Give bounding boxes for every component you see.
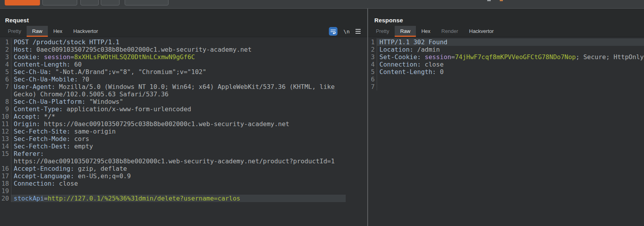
editor-line[interactable]: 18Connection: close <box>0 180 346 187</box>
line-number: 17 <box>0 172 11 180</box>
send-button[interactable] <box>5 0 40 5</box>
line-number: 4 <box>368 61 377 68</box>
editor-line[interactable]: 14Sec-Fetch-Dest: empty <box>0 143 346 150</box>
editor-line[interactable]: 7User-Agent: Mozilla/5.0 (Windows NT 10.… <box>0 83 346 90</box>
line-number <box>0 90 11 98</box>
burp-repeater-screen: < > Request PrettyRawHexHackvertor <box>0 0 644 226</box>
line-content: Location: /admin <box>377 46 644 53</box>
response-title: Response <box>374 17 403 24</box>
request-tab-hackvertor[interactable]: Hackvertor <box>68 26 103 37</box>
line-content: Referer: <box>11 150 346 157</box>
line-number: 14 <box>0 143 11 150</box>
editor-line[interactable]: 11Origin: https://0aec009103507295c038b8… <box>0 120 346 128</box>
line-content: Origin: https://0aec009103507295c038b8be… <box>11 120 346 128</box>
line-number: 12 <box>0 128 11 135</box>
request-tab-hex[interactable]: Hex <box>48 26 68 37</box>
request-editor-rows: 1POST /product/stock HTTP/1.12Host: 0aec… <box>0 37 367 202</box>
forward-icon: > <box>101 0 119 2</box>
editor-line[interactable]: 6 <box>368 76 644 83</box>
line-content: Gecko) Chrome/102.0.5005.63 Safari/537.3… <box>11 90 346 98</box>
line-number: 6 <box>0 76 11 83</box>
editor-line[interactable]: 19 <box>0 187 346 195</box>
editor-line[interactable]: 2Location: /admin <box>368 46 644 53</box>
line-content: stockApi=http://127.0.1/%25%36%31dmin/de… <box>11 195 346 202</box>
line-number: 18 <box>0 180 11 187</box>
response-tab-hex[interactable]: Hex <box>416 26 436 37</box>
editor-line[interactable]: 3Set-Cookie: session=74jHwF7cqf8mKPVVeoG… <box>368 53 644 61</box>
editor-line[interactable]: 9Content-Type: application/x-www-form-ur… <box>0 105 346 113</box>
line-content: Sec-Fetch-Dest: empty <box>11 143 346 150</box>
line-number: 7 <box>368 83 377 90</box>
request-panel: Request PrettyRawHexHackvertor \n <box>0 9 367 226</box>
editor-line[interactable]: 17Accept-Language: en-US,en;q=0.9 <box>0 172 346 180</box>
line-content: Sec-Ch-Ua: "-Not.A/Brand";v="8", "Chromi… <box>11 68 346 76</box>
line-number: 4 <box>0 61 11 68</box>
line-number: 20 <box>0 195 11 202</box>
line-number: 9 <box>0 105 11 113</box>
response-editor[interactable]: 1HTTP/1.1 302 Found2Location: /admin3Set… <box>368 37 644 226</box>
request-editor-icons: \n <box>329 26 361 37</box>
editor-line[interactable]: 20stockApi=http://127.0.1/%25%36%31dmin/… <box>0 195 346 202</box>
line-number: 11 <box>0 120 11 128</box>
editor-line[interactable]: 15Referer: <box>0 150 346 157</box>
editor-line[interactable]: 3Cookie: session=8xXHLsFWOtHLSQZ0DtNnLCx… <box>0 53 346 61</box>
editor-line[interactable]: https://0aec009103507295c038b8be002000c1… <box>0 157 346 165</box>
editor-line[interactable]: 2Host: 0aec009103507295c038b8be002000c1.… <box>0 46 346 53</box>
forward-button[interactable]: > <box>101 0 120 5</box>
response-tabs: PrettyRawHexRenderHackvertor <box>370 26 644 37</box>
line-content: User-Agent: Mozilla/5.0 (Windows NT 10.0… <box>11 83 346 90</box>
line-content: Accept: */* <box>11 113 346 120</box>
line-number: 6 <box>368 76 377 83</box>
line-content <box>377 83 644 90</box>
line-content: Connection: close <box>11 180 346 187</box>
back-icon: < <box>81 0 98 2</box>
editor-line[interactable]: 8Sec-Ch-Ua-Platform: "Windows" <box>0 98 346 105</box>
line-number: 10 <box>0 113 11 120</box>
editor-line[interactable]: 5Content-Length: 0 <box>368 68 644 76</box>
line-content: Content-Length: 0 <box>377 68 644 76</box>
line-content: Sec-Ch-Ua-Mobile: ?0 <box>11 76 346 83</box>
line-number: 5 <box>0 68 11 76</box>
line-content: https://0aec009103507295c038b8be002000c1… <box>11 157 346 165</box>
request-editor[interactable]: 1POST /product/stock HTTP/1.12Host: 0aec… <box>0 37 367 226</box>
line-content: Sec-Fetch-Site: same-origin <box>11 128 346 135</box>
back-button[interactable]: < <box>80 0 99 5</box>
clipped-toolbar-fragment <box>487 0 491 1</box>
line-number: 13 <box>0 135 11 143</box>
show-newlines-icon[interactable]: \n <box>343 29 350 34</box>
editor-line[interactable]: 13Sec-Fetch-Mode: cors <box>0 135 346 143</box>
response-tab-raw[interactable]: Raw <box>395 26 416 37</box>
line-number: 1 <box>0 38 11 46</box>
editor-menu-icon[interactable] <box>356 29 361 34</box>
soft-wrap-icon[interactable] <box>329 27 337 36</box>
response-tab-render[interactable]: Render <box>436 26 464 37</box>
message-editor-area: Request PrettyRawHexHackvertor \n <box>0 9 644 226</box>
line-content: POST /product/stock HTTP/1.1 <box>11 38 346 46</box>
editor-line[interactable]: 16Accept-Encoding: gzip, deflate <box>0 165 346 172</box>
toolbar-dropdown-button[interactable] <box>125 0 169 5</box>
response-tabbar: PrettyRawHexRenderHackvertor <box>370 26 644 37</box>
line-number: 2 <box>368 46 377 53</box>
response-editor-rows: 1HTTP/1.1 302 Found2Location: /admin3Set… <box>368 37 644 90</box>
line-content: Connection: close <box>377 61 644 68</box>
editor-line[interactable]: 6Sec-Ch-Ua-Mobile: ?0 <box>0 76 346 83</box>
editor-line[interactable]: 4Content-Length: 60 <box>0 61 346 68</box>
line-content: Content-Type: application/x-www-form-url… <box>11 105 346 113</box>
editor-line[interactable]: 7 <box>368 83 644 90</box>
response-tab-pretty[interactable]: Pretty <box>370 26 395 37</box>
editor-line[interactable]: 4Connection: close <box>368 61 644 68</box>
cancel-button[interactable] <box>42 0 77 5</box>
editor-line[interactable]: 5Sec-Ch-Ua: "-Not.A/Brand";v="8", "Chrom… <box>0 68 346 76</box>
editor-line[interactable]: 12Sec-Fetch-Site: same-origin <box>0 128 346 135</box>
request-tab-raw[interactable]: Raw <box>27 26 48 37</box>
editor-line[interactable]: 10Accept: */* <box>0 113 346 120</box>
editor-line[interactable]: Gecko) Chrome/102.0.5005.63 Safari/537.3… <box>0 90 346 98</box>
editor-line[interactable]: 1HTTP/1.1 302 Found <box>368 38 644 46</box>
line-content: Accept-Language: en-US,en;q=0.9 <box>11 172 346 180</box>
response-tab-hackvertor[interactable]: Hackvertor <box>464 26 499 37</box>
line-number: 2 <box>0 46 11 53</box>
line-content: Sec-Fetch-Mode: cors <box>11 135 346 143</box>
request-tab-pretty[interactable]: Pretty <box>2 26 27 37</box>
line-number: 7 <box>0 83 11 90</box>
editor-line[interactable]: 1POST /product/stock HTTP/1.1 <box>0 38 346 46</box>
